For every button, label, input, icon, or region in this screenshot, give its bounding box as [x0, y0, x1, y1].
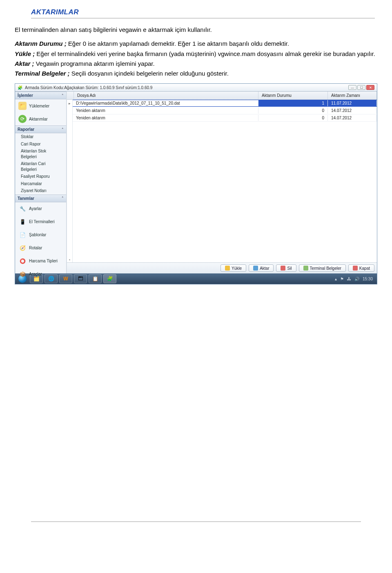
sidebar-item-yuklemeler[interactable]: 📁 Yüklemeler — [15, 99, 66, 112]
report-item[interactable]: Stoklar — [15, 133, 66, 141]
close-icon — [353, 266, 358, 271]
column-header-status[interactable]: Aktarım Durumu — [258, 92, 328, 99]
main-panel: Dosya Adı Aktarım Durumu Aktarım Zamanı … — [67, 92, 377, 273]
taskbar-app[interactable]: 📋 — [89, 274, 102, 283]
nav-section-raporlar-label: Raporlar — [18, 127, 34, 132]
column-header-file[interactable]: Dosya Adı — [74, 92, 258, 99]
cell-status: 0 — [258, 115, 328, 121]
definition-yukle: Yükle ; Eğer el terminalindeki veri yeri… — [15, 50, 377, 58]
cell-file: D:\Vegawin\armada\Data\klb_2012_07_11_10… — [73, 100, 258, 106]
route-icon: 🧭 — [18, 244, 27, 252]
table-row[interactable]: Yeniden aktarım 0 14.07.2012 — [73, 114, 377, 122]
deftext-aktarim-durumu: Eğer 0 ise aktarım yapılamadı demektir. … — [67, 40, 289, 47]
sidebar-item-harcama-tipleri[interactable]: ⭕ Harcama Tipleri — [15, 255, 66, 268]
new-row-icon: * — [69, 258, 71, 262]
template-icon: 📄 — [18, 231, 27, 239]
table-row[interactable]: D:\Vegawin\armada\Data\klb_2012_07_11_10… — [73, 100, 377, 107]
defterm-terminal-belgeler: Terminal Belgeler ; — [15, 70, 70, 77]
definition-aktarim-durumu: Aktarım Durumu ; Eğer 0 ise aktarım yapı… — [15, 40, 377, 48]
yukle-button[interactable]: Yükle — [220, 264, 246, 272]
tray-expand-icon[interactable]: ▴ — [335, 277, 337, 281]
sidebar-item-ayarlar[interactable]: 🔧 Ayarlar — [15, 202, 66, 215]
cell-status: 0 — [258, 107, 328, 114]
sidebar-item-label: El Terminalleri — [29, 219, 55, 224]
report-item[interactable]: Cari Rapor — [15, 141, 66, 148]
taskbar: 🗂️ 🌐 W 🗔 📋 🧩 ▴ ⚑ 🖧 🔊 15:30 — [15, 273, 377, 284]
nav-section-raporlar[interactable]: Raporlar ˄ — [15, 125, 66, 133]
volume-icon[interactable]: 🔊 — [354, 277, 359, 281]
report-item[interactable]: Aktarılan Cari Belgeleri — [15, 160, 66, 173]
sidebar-item-aktarimlar-label: Aktarımlar — [29, 117, 48, 121]
page-title: AKTARIMLAR — [31, 8, 79, 16]
window-titlebar: 🧩 Armada Sürüm Kodu:Ağaçkakan Sürüm: 1.0… — [15, 84, 377, 92]
cell-time: 14.07.2012 — [328, 107, 377, 114]
report-item[interactable]: Faaliyet Raporu — [15, 173, 66, 180]
cell-status: 1 — [258, 100, 328, 106]
action-bar: Yükle Aktar Sil Terminal Belgeler Kapat — [67, 262, 377, 273]
grid-header: Dosya Adı Aktarım Durumu Aktarım Zamanı — [67, 92, 377, 100]
sidebar-item-rotalar[interactable]: 🧭 Rotalar — [15, 242, 66, 255]
cell-time: 11.07.2012 — [328, 100, 377, 106]
sidebar-item-terminaller[interactable]: 📱 El Terminalleri — [15, 215, 66, 228]
taskbar-app[interactable]: 🧩 — [103, 274, 116, 283]
sidebar-item-araclar[interactable]: 📦 Araçlar — [15, 268, 66, 281]
delete-icon — [281, 266, 285, 271]
grid-rows: D:\Vegawin\armada\Data\klb_2012_07_11_10… — [73, 100, 377, 262]
wrench-icon: 🔧 — [18, 205, 27, 213]
report-item[interactable]: Aktarılan Stok Belgeleri — [15, 148, 66, 160]
sidebar: İşlemler ˄ 📁 Yüklemeler ⟳ Aktarımlar Rap… — [15, 92, 67, 273]
nav-section-tanimlar-label: Tanımlar — [18, 196, 34, 201]
current-row-icon: ▸ — [69, 101, 71, 105]
button-label: Yükle — [232, 266, 242, 271]
report-item[interactable]: Harcamalar — [15, 180, 66, 188]
minimize-button[interactable]: — — [348, 85, 356, 90]
button-label: Kapat — [359, 266, 370, 271]
defterm-aktarim-durumu: Aktarım Durumu ; — [15, 40, 67, 47]
button-label: Sil — [287, 266, 292, 271]
system-tray[interactable]: ▴ ⚑ 🖧 🔊 15:30 — [335, 277, 375, 281]
deftext-terminal-belgeler: Seçili dosyanın içindeki belgelerin nele… — [70, 70, 229, 77]
window-title-text: Armada Sürüm Kodu:Ağaçkakan Sürüm: 1.0.6… — [25, 85, 152, 90]
nav-section-islemler-label: İşlemler — [18, 93, 33, 98]
definition-terminal-belgeler: Terminal Belgeler ; Seçili dosyanın için… — [15, 69, 377, 78]
sidebar-item-label: Araçlar — [29, 272, 42, 276]
page-footer-rule — [31, 522, 361, 522]
sidebar-item-label: Şablonlar — [29, 233, 46, 237]
taskbar-app[interactable]: 🗔 — [74, 274, 87, 283]
kapat-button[interactable]: Kapat — [348, 264, 374, 272]
app-icon: 🧩 — [18, 85, 22, 90]
sil-button[interactable]: Sil — [276, 264, 296, 272]
cell-file: Yeniden aktarım — [73, 107, 258, 114]
refresh-icon: ⟳ — [18, 115, 27, 123]
intro-paragraph: El terminalinden alınan satış bilgilerin… — [15, 26, 377, 34]
collapse-icon[interactable]: ˄ — [62, 128, 64, 132]
documents-icon — [303, 266, 308, 271]
flag-icon[interactable]: ⚑ — [340, 277, 344, 281]
load-icon — [225, 266, 230, 271]
collapse-icon[interactable]: ˄ — [62, 94, 64, 98]
sidebar-item-sablonlar[interactable]: 📄 Şablonlar — [15, 228, 66, 242]
cell-time: 14.07.2012 — [328, 115, 377, 121]
nav-section-tanimlar[interactable]: Tanımlar ˄ — [15, 195, 66, 202]
collapse-icon[interactable]: ˄ — [62, 196, 64, 200]
sidebar-item-yuklemeler-label: Yüklemeler — [29, 104, 49, 108]
sidebar-item-label: Harcama Tipleri — [29, 259, 58, 263]
sidebar-item-aktarimlar[interactable]: ⟳ Aktarımlar — [15, 112, 66, 125]
maximize-button[interactable]: ☐ — [357, 85, 365, 90]
aktar-button[interactable]: Aktar — [249, 264, 274, 272]
defterm-aktar: Aktar ; — [15, 60, 34, 67]
network-icon[interactable]: 🖧 — [347, 277, 351, 281]
transfer-icon — [253, 266, 258, 271]
report-item[interactable]: Ziyaret Notları — [15, 187, 66, 195]
defterm-yukle: Yükle ; — [15, 50, 35, 57]
close-button[interactable]: ✕ — [366, 85, 374, 90]
sidebar-item-label: Ayarlar — [29, 206, 42, 211]
row-indicator-column: ▸ * — [67, 100, 73, 262]
table-row[interactable]: Yeniden aktarım 0 14.07.2012 — [73, 107, 377, 114]
nav-section-islemler[interactable]: İşlemler ˄ — [15, 92, 66, 99]
column-header-time[interactable]: Aktarım Zamanı — [328, 92, 377, 99]
device-icon: 📱 — [18, 218, 27, 226]
deftext-aktar: Vegawin programına aktarım işlemini yapa… — [34, 60, 155, 67]
terminal-belgeler-button[interactable]: Terminal Belgeler — [299, 264, 346, 272]
tray-clock[interactable]: 15:30 — [363, 277, 373, 281]
